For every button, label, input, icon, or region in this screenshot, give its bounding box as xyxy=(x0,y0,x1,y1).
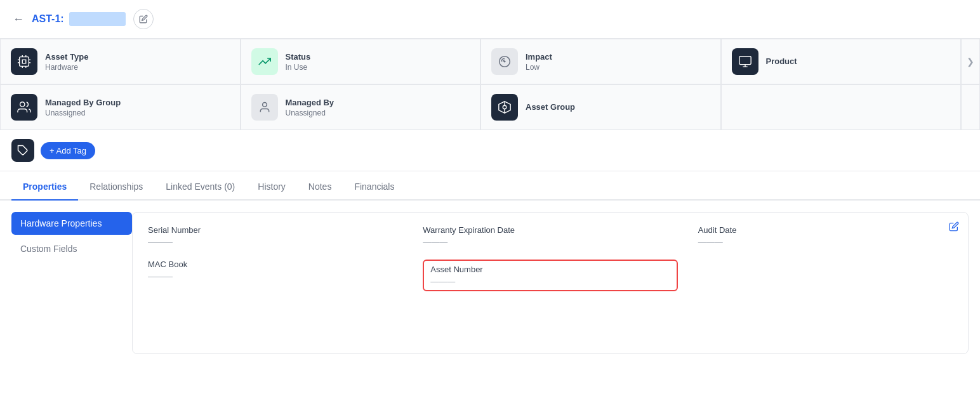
properties-panel: Serial Number ——— Warranty Expiration Da… xyxy=(132,212,969,354)
status-label: Status xyxy=(286,52,311,62)
status-icon-box xyxy=(251,48,278,75)
tags-row: + Add Tag xyxy=(0,130,980,171)
info-cards-row2: Managed By Group Unassigned Managed By U… xyxy=(0,84,980,130)
info-cards-row1: Asset Type Hardware Status In Use xyxy=(0,39,980,84)
svg-point-15 xyxy=(262,103,267,107)
status-card[interactable]: Status In Use xyxy=(241,39,481,84)
managed-by-group-label: Managed By Group xyxy=(45,98,121,107)
managed-by-card[interactable]: Managed By Unassigned xyxy=(241,84,481,130)
asset-group-icon-box xyxy=(491,94,518,121)
asset-group-label: Asset Group xyxy=(526,102,575,112)
asset-type-value: Hardware xyxy=(45,63,88,72)
warranty-expiration-label: Warranty Expiration Date xyxy=(423,225,677,235)
tag-icon xyxy=(17,145,29,156)
product-label: Product xyxy=(766,56,797,66)
svg-rect-1 xyxy=(22,60,26,63)
managed-by-text: Managed By Unassigned xyxy=(286,98,334,117)
managed-by-value: Unassigned xyxy=(286,109,334,117)
tags-icon-box xyxy=(11,139,34,162)
audit-date-value: ——— xyxy=(698,237,953,247)
mac-book-value: ——— xyxy=(148,272,402,281)
fingerprint-icon xyxy=(498,55,511,68)
page-wrapper: ← AST-1: xyxy=(0,0,980,415)
asset-id-label: AST-1: xyxy=(32,13,64,25)
managed-by-label: Managed By xyxy=(286,98,334,107)
tab-linked-events[interactable]: Linked Events (0) xyxy=(154,174,246,201)
sidebar-item-custom-fields[interactable]: Custom Fields xyxy=(11,237,132,260)
asset-id-container: AST-1: xyxy=(32,12,126,26)
svg-point-17 xyxy=(503,105,507,109)
trending-up-icon xyxy=(258,55,271,68)
hexagon-group-icon xyxy=(498,100,512,114)
serial-number-value: ——— xyxy=(148,237,402,247)
tab-properties[interactable]: Properties xyxy=(11,174,78,201)
svg-rect-11 xyxy=(739,56,750,65)
managed-by-icon-box xyxy=(251,94,278,121)
edit-pencil-icon xyxy=(949,221,959,232)
asset-type-label: Asset Type xyxy=(45,52,88,62)
fields-row1: Serial Number ——— Warranty Expiration Da… xyxy=(148,225,953,247)
header: ← AST-1: xyxy=(0,0,980,39)
pencil-icon xyxy=(139,15,148,23)
audit-date-label: Audit Date xyxy=(698,225,953,235)
back-arrow-icon: ← xyxy=(13,13,24,26)
field-warranty-expiration: Warranty Expiration Date ——— xyxy=(423,225,677,247)
field-audit-date: Audit Date ——— xyxy=(698,225,953,247)
cards-chevron-row2 xyxy=(961,84,980,130)
asset-name-blurred xyxy=(69,12,126,26)
user-icon xyxy=(258,101,271,114)
cpu-icon xyxy=(17,55,31,69)
asset-type-text: Asset Type Hardware xyxy=(45,52,88,72)
field-mac-book: MAC Book ——— xyxy=(148,260,402,291)
field-asset-number[interactable]: Asset Number ——— xyxy=(423,260,677,291)
tab-notes[interactable]: Notes xyxy=(297,174,343,201)
warranty-expiration-value: ——— xyxy=(423,237,677,247)
fields-row2: MAC Book ——— Asset Number ——— xyxy=(148,260,953,291)
tab-financials[interactable]: Financials xyxy=(343,174,406,201)
status-text: Status In Use xyxy=(286,52,311,72)
tabs-bar: Properties Relationships Linked Events (… xyxy=(0,174,980,201)
monitor-icon xyxy=(738,55,752,69)
impact-text: Impact Low xyxy=(526,52,552,72)
product-card[interactable]: Product xyxy=(721,39,962,84)
product-icon-box xyxy=(732,48,758,75)
impact-value: Low xyxy=(526,63,552,72)
cards-chevron[interactable]: ❯ xyxy=(961,39,980,84)
mac-book-label: MAC Book xyxy=(148,260,402,269)
chevron-right-icon: ❯ xyxy=(967,56,974,67)
back-button[interactable]: ← xyxy=(13,13,24,26)
asset-group-card[interactable]: Asset Group xyxy=(480,84,721,130)
asset-group-text: Asset Group xyxy=(526,102,575,113)
status-value: In Use xyxy=(286,63,311,72)
svg-point-14 xyxy=(20,102,25,107)
impact-label: Impact xyxy=(526,52,552,62)
managed-by-group-icon-box xyxy=(11,94,37,121)
field-serial-number: Serial Number ——— xyxy=(148,225,402,247)
tab-history[interactable]: History xyxy=(246,174,297,201)
product-text: Product xyxy=(766,56,797,67)
managed-by-group-text: Managed By Group Unassigned xyxy=(45,98,121,117)
asset-type-icon-box xyxy=(11,48,37,75)
tab-relationships[interactable]: Relationships xyxy=(78,174,154,201)
edit-panel-button[interactable] xyxy=(949,221,959,235)
main-content: Hardware Properties Custom Fields Serial… xyxy=(0,201,980,366)
impact-icon-box xyxy=(491,48,518,75)
svg-point-10 xyxy=(504,61,505,62)
serial-number-label: Serial Number xyxy=(148,225,402,235)
svg-rect-0 xyxy=(20,57,29,67)
sidebar-nav: Hardware Properties Custom Fields xyxy=(11,212,132,354)
empty-card xyxy=(721,84,962,130)
users-icon xyxy=(17,100,31,114)
managed-by-group-value: Unassigned xyxy=(45,109,121,117)
sidebar-item-hardware-properties[interactable]: Hardware Properties xyxy=(11,212,132,235)
impact-card[interactable]: Impact Low xyxy=(480,39,721,84)
asset-number-value: ——— xyxy=(430,277,670,286)
managed-by-group-card[interactable]: Managed By Group Unassigned xyxy=(0,84,241,130)
edit-title-button[interactable] xyxy=(133,9,154,29)
asset-number-label: Asset Number xyxy=(430,265,670,274)
add-tag-button[interactable]: + Add Tag xyxy=(41,142,95,159)
asset-type-card[interactable]: Asset Type Hardware xyxy=(0,39,241,84)
